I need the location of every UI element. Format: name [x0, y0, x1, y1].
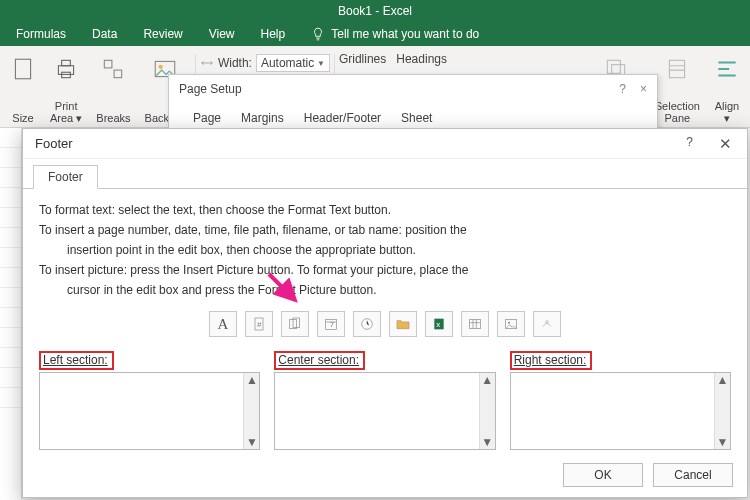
width-value: Automatic — [261, 56, 314, 70]
width-row: Width: Automatic▼ — [200, 52, 330, 74]
footer-dialog-title: Footer — [35, 136, 73, 151]
instruction-text: insertion point in the edit box, then ch… — [39, 241, 731, 259]
breaks-icon — [100, 56, 126, 82]
svg-rect-5 — [115, 70, 123, 78]
right-section-input[interactable] — [511, 373, 730, 449]
svg-rect-4 — [105, 60, 113, 68]
calendar-icon: 7 — [323, 316, 339, 332]
insert-page-number-button[interactable]: # — [245, 311, 273, 337]
excel-file-icon: x — [431, 316, 447, 332]
pages-icon — [287, 316, 303, 332]
headings-label[interactable]: Headings — [396, 52, 447, 66]
center-section-box: ▲▼ — [274, 372, 495, 450]
gridlines-label[interactable]: Gridlines — [339, 52, 386, 66]
size-button[interactable]: Size — [4, 50, 42, 126]
left-section-label: Left section: — [39, 351, 114, 370]
picture-icon — [503, 316, 519, 332]
left-section-box: ▲▼ — [39, 372, 260, 450]
svg-rect-8 — [607, 60, 620, 73]
selection-pane-icon — [664, 56, 690, 82]
tab-view[interactable]: View — [209, 27, 235, 41]
svg-point-23 — [546, 321, 549, 324]
app-titlebar: Book1 - Excel — [0, 0, 750, 22]
ribbon-tabs: Formulas Data Review View Help Tell me w… — [0, 22, 750, 46]
sheet-tab-icon — [467, 316, 483, 332]
width-combo[interactable]: Automatic▼ — [256, 54, 330, 72]
selection-pane-label: SelectionPane — [655, 100, 700, 124]
tab-formulas[interactable]: Formulas — [16, 27, 66, 41]
insert-file-name-button[interactable]: x — [425, 311, 453, 337]
breaks-button[interactable]: Breaks — [90, 50, 136, 126]
ok-button[interactable]: OK — [563, 463, 643, 487]
page-setup-title: Page Setup — [179, 82, 242, 96]
svg-text:7: 7 — [330, 320, 335, 329]
svg-rect-10 — [670, 60, 685, 77]
show-group: Gridlines Headings — [339, 50, 447, 66]
insert-file-path-button[interactable] — [389, 311, 417, 337]
svg-text:x: x — [436, 320, 440, 329]
worksheet-rows — [0, 128, 22, 500]
insert-date-button[interactable]: 7 — [317, 311, 345, 337]
right-section-box: ▲▼ — [510, 372, 731, 450]
svg-rect-2 — [62, 60, 71, 65]
svg-point-7 — [158, 65, 162, 69]
format-picture-icon — [539, 316, 555, 332]
breaks-label: Breaks — [96, 112, 130, 124]
center-section-input[interactable] — [275, 373, 494, 449]
page-size-icon — [10, 56, 36, 82]
tab-data[interactable]: Data — [92, 27, 117, 41]
print-area-button[interactable]: PrintArea ▾ — [44, 50, 88, 126]
footer-help-button[interactable]: ? — [686, 135, 693, 153]
page-number-icon: # — [251, 316, 267, 332]
page-setup-help-button[interactable]: ? — [619, 82, 626, 96]
footer-tab-strip: Footer — [33, 165, 747, 189]
instruction-text: To format text: select the text, then ch… — [39, 201, 731, 219]
insert-picture-button[interactable] — [497, 311, 525, 337]
width-icon — [200, 56, 214, 70]
instruction-text: To insert a page number, date, time, fil… — [39, 221, 731, 239]
tab-help[interactable]: Help — [261, 27, 286, 41]
clock-icon — [359, 316, 375, 332]
center-section-label: Center section: — [274, 351, 365, 370]
footer-tab[interactable]: Footer — [33, 165, 98, 189]
tell-me-search[interactable]: Tell me what you want to do — [311, 27, 479, 41]
footer-toolbar: A # 7 x — [39, 311, 731, 337]
align-icon — [714, 56, 740, 82]
chevron-down-icon: ▼ — [317, 59, 325, 68]
width-label: Width: — [218, 56, 252, 70]
cancel-button[interactable]: Cancel — [653, 463, 733, 487]
svg-text:#: # — [257, 320, 262, 329]
footer-close-button[interactable]: ✕ — [715, 135, 735, 153]
insert-pages-button[interactable] — [281, 311, 309, 337]
format-text-button[interactable]: A — [209, 311, 237, 337]
svg-rect-20 — [470, 319, 481, 328]
right-section-label: Right section: — [510, 351, 593, 370]
insert-sheet-name-button[interactable] — [461, 311, 489, 337]
instruction-text: To insert picture: press the Insert Pict… — [39, 261, 731, 279]
footer-dialog: Footer ? ✕ Footer To format text: select… — [22, 128, 748, 498]
lightbulb-icon — [311, 27, 325, 41]
svg-rect-1 — [59, 66, 74, 75]
align-button[interactable]: Align▾ — [708, 50, 746, 126]
scrollbar[interactable]: ▲▼ — [714, 373, 730, 449]
insert-time-button[interactable] — [353, 311, 381, 337]
instruction-text: cursor in the edit box and press the For… — [39, 281, 731, 299]
folder-icon — [395, 316, 411, 332]
svg-rect-0 — [15, 59, 30, 79]
print-area-label: PrintArea ▾ — [50, 100, 82, 124]
page-setup-close-button[interactable]: × — [640, 82, 647, 96]
format-picture-button[interactable] — [533, 311, 561, 337]
tab-review[interactable]: Review — [143, 27, 182, 41]
tell-me-label: Tell me what you want to do — [331, 27, 479, 41]
left-section-input[interactable] — [40, 373, 259, 449]
size-label: Size — [12, 112, 33, 124]
page-setup-tabs: Page Margins Header/Footer Sheet — [169, 103, 657, 131]
scrollbar[interactable]: ▲▼ — [479, 373, 495, 449]
printer-icon — [53, 56, 79, 82]
align-label: Align▾ — [715, 100, 739, 124]
scrollbar[interactable]: ▲▼ — [243, 373, 259, 449]
svg-point-22 — [508, 322, 510, 324]
